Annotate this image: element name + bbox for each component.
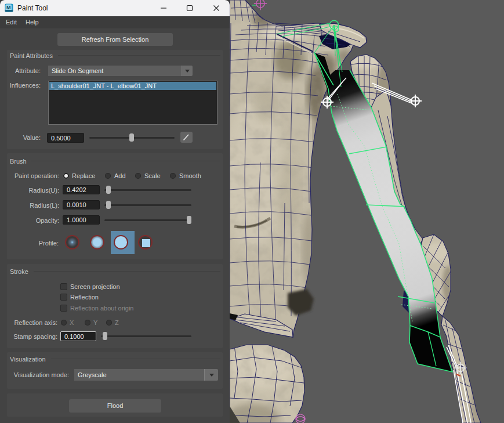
svg-text:M: M bbox=[6, 5, 10, 10]
